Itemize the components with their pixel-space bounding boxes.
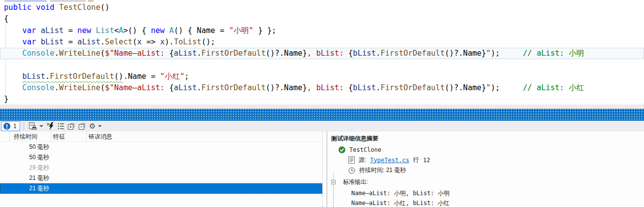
- test-results-toolbar: 1: [0, 121, 644, 132]
- hierarchy-icon: [57, 122, 64, 130]
- test-playlist-icon: [29, 122, 37, 130]
- code-line[interactable]: public void TestClone(): [0, 2, 644, 13]
- table-row[interactable]: 21 毫秒: [0, 173, 322, 183]
- code-line[interactable]: {: [0, 13, 644, 25]
- table-row[interactable]: 50 毫秒: [0, 152, 322, 163]
- detail-pane-title: 测试详细信息摘要: [331, 135, 644, 144]
- passed-check-icon: [338, 146, 345, 153]
- code-line[interactable]: Console.WriteLine($"Name—aList: {aList.F…: [0, 82, 644, 94]
- test-results-panel: 持续时间 特征 错误消息 50 毫秒50 毫秒29 毫秒21 毫秒21 毫秒 测…: [0, 132, 644, 207]
- clock-icon: [348, 167, 355, 174]
- code-line[interactable]: [0, 59, 644, 70]
- source-row: 源: TypeTest.cs 行 12: [348, 155, 644, 165]
- test-playlist-dropdown-caret[interactable]: [39, 125, 43, 127]
- test-detail-pane: 测试详细信息摘要 TestClone 源: TypeTest.cs: [327, 132, 644, 207]
- collapse-all-icon: [78, 122, 86, 130]
- settings-button[interactable]: ⚙: [88, 121, 96, 131]
- test-results-grid: 持续时间 特征 错误消息 50 毫秒50 毫秒29 毫秒21 毫秒21 毫秒: [0, 132, 323, 207]
- grid-rows: 50 毫秒50 毫秒29 毫秒21 毫秒21 毫秒: [0, 142, 322, 194]
- expand-all-icon: [67, 122, 75, 130]
- code-line[interactable]: Console.WriteLine($"Name—aList: {aList.F…: [0, 48, 644, 59]
- source-file-link[interactable]: TypeTest.cs: [370, 157, 409, 164]
- column-icon-spacer: [0, 132, 10, 142]
- group-by-button[interactable]: [56, 121, 65, 131]
- line-number: 12: [423, 157, 430, 164]
- test-name: TestClone: [349, 146, 381, 153]
- gear-icon: ⚙: [89, 122, 95, 130]
- badge-count: 1: [13, 123, 17, 130]
- visual-studio-window: public void TestClone(){ var aList = new…: [0, 0, 644, 207]
- stdout-lines: Name—aList: 小明, bList: 小明Name—aList: 小红,…: [351, 188, 644, 207]
- code-editor[interactable]: public void TestClone(){ var aList = new…: [0, 0, 644, 104]
- table-row[interactable]: 29 毫秒: [0, 163, 322, 173]
- table-row[interactable]: 21 毫秒: [0, 183, 322, 194]
- run-tests-button[interactable]: [46, 121, 55, 131]
- toolbar-separator: [24, 122, 24, 130]
- code-line[interactable]: var aList = new List<A>() { new A() { Na…: [0, 25, 644, 36]
- column-header-duration[interactable]: 持续时间: [10, 132, 51, 142]
- code-line[interactable]: var bList = aList.Select(x => x).ToList(…: [0, 36, 644, 48]
- stdout-label: 标准输出:: [343, 178, 368, 186]
- column-header-traits[interactable]: 特征: [51, 132, 87, 142]
- test-playlist-button[interactable]: [28, 121, 38, 131]
- grid-header: 持续时间 特征 错误消息: [0, 132, 322, 142]
- pane-gap: [323, 132, 327, 207]
- stdout-line: Name—aList: 小红, bList: 小红: [351, 198, 644, 207]
- settings-dropdown-caret[interactable]: [98, 125, 102, 127]
- duration-row: 持续时间: 21 毫秒: [348, 165, 644, 175]
- message-count-badge[interactable]: 1: [1, 121, 20, 131]
- source-label: 源:: [359, 156, 366, 164]
- code-lines: public void TestClone(){ var aList = new…: [0, 2, 644, 104]
- code-line[interactable]: bList.FirstOrDefault().Name = "小红";: [0, 71, 644, 82]
- run-lightning-icon: [47, 122, 54, 130]
- collapse-all-button[interactable]: [77, 121, 87, 131]
- document-icon: [348, 156, 355, 164]
- stdout-line: Name—aList: 小明, bList: 小明: [351, 188, 644, 198]
- line-label: 行: [413, 156, 419, 164]
- info-badge-icon: [3, 123, 10, 130]
- expand-all-button[interactable]: [66, 121, 76, 131]
- collapse-toggle[interactable]: [331, 180, 336, 184]
- duration-text: 持续时间: 21 毫秒: [359, 166, 406, 174]
- test-result-row[interactable]: TestClone: [338, 144, 644, 155]
- editor-hscrollbar[interactable]: [0, 104, 644, 109]
- code-line[interactable]: }: [0, 94, 644, 104]
- column-header-error[interactable]: 错误消息: [87, 132, 322, 142]
- panel-title-drag-bar[interactable]: [0, 109, 644, 121]
- tree-guide-line: [333, 173, 334, 207]
- stdout-section: 标准输出: Name—aList: 小明, bList: 小明Name—aLis…: [331, 178, 644, 207]
- table-row[interactable]: 50 毫秒: [0, 142, 322, 152]
